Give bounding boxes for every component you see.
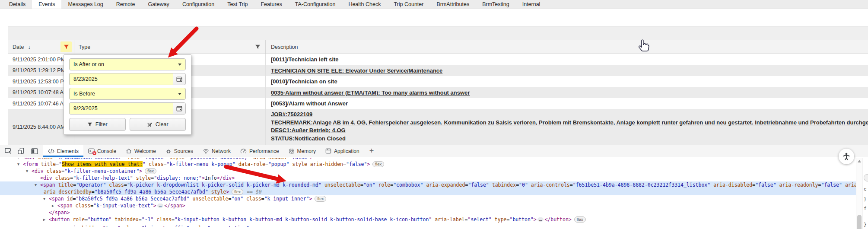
type-filter-funnel-icon[interactable] — [252, 41, 263, 52]
device-emulation-icon[interactable] — [18, 148, 25, 154]
flex-badge[interactable]: flex — [574, 216, 586, 223]
devtools-tab-network[interactable]: Network — [198, 145, 235, 157]
devtools-tab-sources[interactable]: Sources — [161, 145, 198, 157]
column-header-description[interactable]: Description — [266, 40, 868, 54]
dom-tree-line[interactable]: ▼<div class="k-filter-menu-container">fl… — [0, 168, 856, 175]
devtools-tab-memory[interactable]: Memory — [284, 145, 321, 157]
dom-tree-line[interactable]: ▼<div class="k-animation-container" role… — [0, 158, 856, 161]
devtools-tab-label: Console — [97, 148, 116, 154]
dom-tree-line[interactable]: ▶<span aria-hidden="true" class="k-input… — [0, 225, 856, 227]
funnel-icon — [87, 122, 92, 127]
flex-badge[interactable]: flex — [315, 196, 326, 202]
accessibility-overlay-button[interactable] — [839, 149, 854, 164]
tab-health-check[interactable]: Health Check — [342, 0, 387, 9]
description-link[interactable]: [0011] — [271, 56, 287, 63]
description-line: STATUS:Notification Closed — [271, 135, 868, 143]
expand-inline-icon[interactable]: … — [157, 204, 164, 208]
description-separator: STATUS:Notification Closed — [271, 135, 346, 142]
devtools-tab-application[interactable]: Application — [321, 145, 364, 157]
expanded-twisty-icon[interactable]: ▼ — [35, 181, 40, 188]
dom-tree-line[interactable]: ▶<button role="button" tabindex="-1" cla… — [0, 216, 856, 223]
tab-messages-log[interactable]: Messages Log — [61, 0, 109, 9]
description-line: TECHREMARK:Anlage AB im 4. OG, Fehlerspe… — [271, 119, 868, 127]
code-icon — [48, 149, 54, 154]
column-header-date[interactable]: Date ↓ — [8, 40, 74, 54]
collapsed-twisty-icon[interactable]: ▶ — [52, 202, 57, 209]
description-link[interactable]: Technician on site — [289, 78, 337, 85]
expanded-twisty-icon[interactable]: ▼ — [26, 168, 32, 175]
styles-pane-text-fragment: } — [864, 196, 867, 202]
filter-operator-1-dropdown[interactable]: Is After or on — [69, 58, 186, 70]
tab-events[interactable]: Events — [32, 0, 61, 9]
description-link[interactable]: Technician left site — [289, 56, 339, 63]
dom-tree-line[interactable]: ▶<span class="k-input-value-text">…</spa… — [0, 202, 856, 209]
column-header-type[interactable]: Type — [74, 40, 266, 54]
scrollbar-thumb[interactable] — [857, 215, 862, 229]
date-filter-funnel-icon[interactable] — [60, 41, 72, 52]
description-line: JOB#:75022109 — [271, 111, 868, 119]
scroll-up-arrow-icon[interactable] — [858, 160, 861, 162]
tab-test-trip[interactable]: Test Trip — [221, 0, 254, 9]
filter-date-1-input[interactable]: 8/23/2025 — [69, 73, 173, 85]
flex-badge[interactable]: flex — [145, 168, 156, 174]
expand-inline-icon[interactable]: … — [537, 217, 544, 222]
tab-brmtesting[interactable]: BrmTesting — [476, 0, 516, 9]
devtools-tab-label: Performance — [249, 148, 279, 154]
dom-tree-line[interactable]: ▼<span id="b8a50fc5-fd9a-4a86-b56a-5ece4… — [0, 195, 856, 202]
column-label-type: Type — [79, 44, 90, 50]
devtools-tabs: Elements✕ConsoleWelcomeSourcesNetworkPer… — [43, 145, 364, 157]
devtools-scrollbar[interactable] — [856, 158, 862, 229]
tab-ta-configuration[interactable]: TA-Configuration — [289, 0, 342, 9]
description-link[interactable]: [0053] — [271, 100, 287, 107]
flex-badge[interactable]: flex — [372, 161, 384, 167]
dom-tree-line[interactable]: </span> — [0, 209, 856, 216]
activity-bar-layout-icon[interactable] — [31, 148, 38, 154]
calendar-icon-button-1[interactable] — [173, 73, 186, 85]
filter-operator-2-dropdown[interactable]: Is Before — [69, 88, 186, 100]
description-link[interactable]: TECHREMARK:Anlage AB im 4. OG, Fehlerspe… — [271, 119, 868, 126]
devtools-tab-console[interactable]: ✕Console — [83, 145, 121, 157]
styles-pane-text-fragment: f — [864, 206, 867, 211]
cell-description: 0035-Alarm without answer (ETMA/TAM): To… — [266, 87, 868, 98]
column-label-description: Description — [271, 44, 298, 50]
tab-brmattributes[interactable]: BrmAttributes — [430, 0, 476, 9]
description-link[interactable]: TECHNICIAN ON SITE ELE: Elevator Under S… — [271, 67, 442, 74]
tab-gateway[interactable]: Gateway — [142, 0, 176, 9]
expanded-twisty-icon[interactable]: ▼ — [17, 158, 23, 161]
dom-tree-line[interactable]: <div class="k-filter-help-text" style="d… — [0, 175, 856, 181]
collapsed-twisty-icon[interactable]: ▶ — [43, 216, 49, 223]
page-tabstrip: DetailsEventsMessages LogRemoteGatewayCo… — [0, 0, 868, 9]
chevron-down-icon — [178, 64, 181, 66]
dom-tree-line-selected[interactable]: ▼<span title="Operator" class="k-picker … — [0, 181, 856, 188]
dom-tree-line[interactable]: ▼<form title="Show items with value that… — [0, 161, 856, 168]
inspect-element-icon[interactable] — [5, 148, 12, 154]
tab-remote[interactable]: Remote — [110, 0, 142, 9]
collapsed-twisty-icon[interactable]: ▶ — [43, 225, 49, 227]
calendar-icon-button-2[interactable] — [173, 102, 186, 114]
tab-details[interactable]: Details — [3, 0, 32, 9]
tab-features[interactable]: Features — [254, 0, 288, 9]
description-link[interactable]: [0010] — [271, 78, 287, 85]
filter-clear-button[interactable]: Clear — [130, 118, 186, 131]
tab-trip-counter[interactable]: Trip Counter — [387, 0, 430, 9]
devtools-tab-welcome[interactable]: Welcome — [121, 145, 161, 157]
description-link[interactable]: JOB#:75022109 — [271, 111, 312, 118]
more-tools-button[interactable]: + — [364, 145, 379, 157]
flex-badge[interactable]: flex — [232, 189, 243, 195]
tab-configuration[interactable]: Configuration — [176, 0, 221, 9]
description-link[interactable]: 0035-Alarm without answer (ETMA/TAM): To… — [271, 89, 470, 96]
cell-description: [0011] / Technician left site — [266, 54, 868, 65]
description-link[interactable]: Alarm without Answer — [289, 100, 348, 107]
expanded-twisty-icon[interactable]: ▼ — [43, 195, 49, 202]
devtools-tab-label: Network — [212, 148, 231, 154]
devtools-tab-label: Application — [334, 148, 359, 154]
tab-internal[interactable]: Internal — [516, 0, 547, 9]
expanded-twisty-icon[interactable]: ▼ — [17, 161, 23, 168]
devtools-tab-elements[interactable]: Elements — [43, 145, 83, 157]
dom-tree-line-selected[interactable]: aria-describedby="b8a50fc5-fd9a-4a86-b56… — [0, 188, 856, 195]
devtools-tab-performance[interactable]: Performance — [235, 145, 284, 157]
description-link[interactable]: DESC1:Außer Betrieb; 4.OG — [271, 127, 346, 134]
cell-description: [0053] / Alarm without Answer — [266, 98, 868, 109]
filter-date-2-input[interactable]: 9/23/2025 — [69, 102, 173, 114]
filter-submit-button[interactable]: Filter — [69, 118, 126, 131]
